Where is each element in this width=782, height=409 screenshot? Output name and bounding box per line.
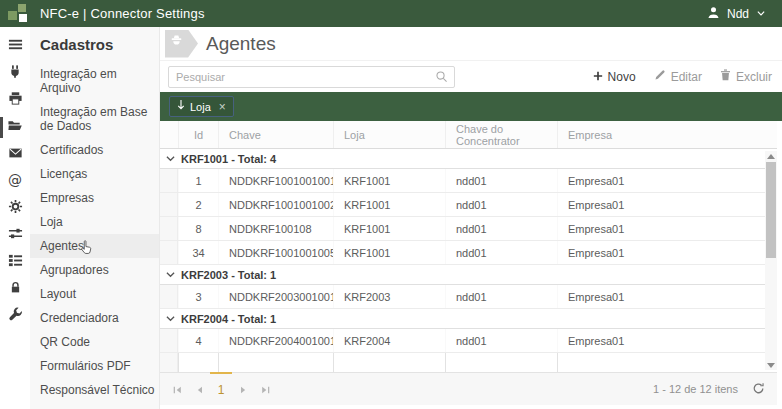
sidebar-item-licencas[interactable]: Licenças: [30, 162, 159, 186]
collapse-chevron-icon[interactable]: [166, 313, 175, 325]
column-header-chave[interactable]: Chave: [218, 121, 333, 148]
group-indent-cell: [160, 329, 178, 352]
app-window: NFC-e | Connector Settings Ndd @ Cadastr…: [0, 0, 782, 409]
scroll-down-icon[interactable]: [765, 360, 777, 370]
rail-item-list[interactable]: [0, 249, 30, 276]
rail-item-printer[interactable]: [0, 87, 30, 114]
agents-badge: [165, 30, 198, 58]
toolbar: Novo Editar Excluir: [160, 61, 782, 92]
sidebar-item-integracao-em-arquivo[interactable]: Integração em Arquivo: [30, 62, 159, 100]
collapse-chevron-icon[interactable]: [166, 269, 175, 281]
collapse-chevron-icon[interactable]: [166, 153, 175, 165]
sidebar-item-qr-code[interactable]: QR Code: [30, 330, 159, 354]
close-icon[interactable]: ×: [219, 101, 226, 113]
grid-body: KRF1001 - Total: 41NDDKRF1001001001KRF10…: [160, 149, 777, 372]
cell-id: 34: [178, 241, 218, 264]
sidebar-item-certificados[interactable]: Certificados: [30, 138, 159, 162]
user-menu[interactable]: Ndd: [707, 6, 766, 22]
empty-cell: [178, 353, 218, 372]
sidebar-item-loja[interactable]: Loja: [30, 210, 159, 234]
cell-chave: NDDKRF1001001002: [218, 193, 333, 216]
page-header: Agentes: [160, 27, 782, 61]
arrow-down-icon: [177, 100, 185, 113]
cell-loja: KRF1001: [333, 217, 445, 240]
search-input[interactable]: [169, 71, 435, 83]
sidebar-item-responsavel-tecnico[interactable]: Responsável Técnico: [30, 378, 159, 402]
group-indent-cell: [160, 193, 178, 216]
table-row[interactable]: 8NDDKRF100108KRF1001ndd01Empresa01: [160, 217, 765, 241]
group-row[interactable]: KRF2003 - Total: 1: [160, 265, 765, 285]
table-row[interactable]: 1NDDKRF1001001001KRF1001ndd01Empresa01: [160, 169, 765, 193]
group-chip-loja[interactable]: Loja ×: [169, 96, 234, 117]
page-number[interactable]: 1: [210, 372, 232, 405]
prev-page-button[interactable]: [188, 372, 210, 405]
sidebar-item-credenciadora[interactable]: Credenciadora: [30, 306, 159, 330]
page-title: Agentes: [206, 33, 276, 55]
user-label: Ndd: [727, 7, 749, 21]
table-row[interactable]: 2NDDKRF1001001002KRF1001ndd01Empresa01: [160, 193, 765, 217]
group-row[interactable]: KRF2004 - Total: 1: [160, 309, 765, 329]
rail-item-plug[interactable]: [0, 60, 30, 87]
cell-empresa: Empresa01: [557, 193, 765, 216]
printer-icon: [8, 91, 23, 110]
rail-item-wrench[interactable]: [0, 303, 30, 330]
first-page-button[interactable]: [166, 372, 188, 405]
last-page-button[interactable]: [254, 372, 276, 405]
group-row[interactable]: KRF1001 - Total: 4: [160, 149, 765, 169]
sidebar-item-integracao-em-base-de-dados[interactable]: Integração em Base de Dados: [30, 100, 159, 138]
vertical-scrollbar[interactable]: [765, 151, 777, 370]
rail-item-at-sign[interactable]: @: [0, 168, 30, 195]
cell-empresa: Empresa01: [557, 169, 765, 192]
next-page-button[interactable]: [232, 372, 254, 405]
table-row[interactable]: 34NDDKRF1001001005KRF1001ndd01Empresa01: [160, 241, 765, 265]
edit-button[interactable]: Editar: [654, 69, 702, 84]
sidebar: Cadastros Integração em ArquivoIntegraçã…: [30, 27, 160, 409]
sidebar-item-empresas[interactable]: Empresas: [30, 186, 159, 210]
empty-cell: [333, 353, 445, 372]
delete-button[interactable]: Excluir: [720, 69, 772, 84]
new-button[interactable]: Novo: [593, 70, 636, 84]
group-indent-header: [160, 121, 178, 148]
column-header-chave-do-concentrator[interactable]: Chave do Concentrator: [445, 121, 557, 148]
column-header-id[interactable]: Id: [178, 121, 218, 148]
sidebar-item-emitente[interactable]: Emitente: [30, 402, 159, 409]
column-header-loja[interactable]: Loja: [333, 121, 445, 148]
rail-item-gear[interactable]: [0, 195, 30, 222]
group-by-bar: Loja ×: [160, 92, 782, 121]
search-icon[interactable]: [435, 70, 448, 83]
cell-empresa: Empresa01: [557, 241, 765, 264]
agent-icon: [169, 34, 184, 53]
chevron-down-icon: [756, 7, 766, 21]
sidebar-item-layout[interactable]: Layout: [30, 282, 159, 306]
icon-rail: @: [0, 27, 30, 409]
wrench-icon: [8, 307, 23, 326]
cell-chave: NDDKRF100108: [218, 217, 333, 240]
refresh-icon[interactable]: [752, 382, 765, 397]
column-header-empresa[interactable]: Empresa: [557, 121, 777, 148]
rail-item-sliders[interactable]: [0, 222, 30, 249]
rail-item-lock[interactable]: [0, 276, 30, 303]
cell-chave: NDDKRF2003001001: [218, 285, 333, 308]
empty-cell: [557, 353, 765, 372]
data-grid: IdChaveLojaChave do ConcentratorEmpresa …: [160, 121, 777, 372]
group-indent-cell: [160, 169, 178, 192]
sidebar-item-agrupadores[interactable]: Agrupadores: [30, 258, 159, 282]
list-icon: [8, 253, 23, 272]
pager-info: 1 - 12 de 12 itens: [653, 383, 738, 395]
empty-cell: [445, 353, 557, 372]
rail-item-menu[interactable]: [0, 33, 30, 60]
rail-item-envelope[interactable]: [0, 141, 30, 168]
table-row[interactable]: 4NDDKRF2004001001KRF2004ndd01Empresa01: [160, 329, 765, 353]
scrollbar-thumb[interactable]: [766, 162, 776, 258]
top-bar: NFC-e | Connector Settings Ndd: [0, 0, 782, 27]
rail-item-folder-open[interactable]: [0, 114, 30, 141]
sidebar-item-agentes[interactable]: Agentes: [30, 234, 159, 258]
sidebar-item-formularios-pdf[interactable]: Formulários PDF: [30, 354, 159, 378]
cell-id: 4: [178, 329, 218, 352]
menu-icon: [8, 37, 23, 56]
group-indent-cell: [160, 241, 178, 264]
scroll-up-icon[interactable]: [765, 151, 777, 161]
table-row[interactable]: 3NDDKRF2003001001KRF2003ndd01Empresa01: [160, 285, 765, 309]
cell-chave-do-concentrator: ndd01: [445, 285, 557, 308]
svg-text:@: @: [8, 172, 22, 188]
